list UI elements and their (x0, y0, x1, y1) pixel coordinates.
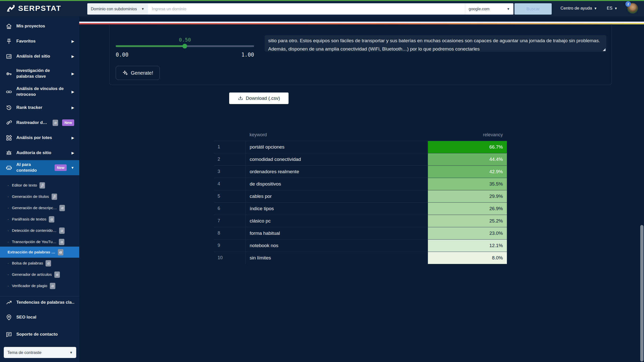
sidebar-item-analisis-del-sitio[interactable]: Análisis del sitio ▶ (0, 51, 79, 61)
robot-icon (6, 164, 12, 171)
search-type-select[interactable]: Dominio con subdominios ▼ (87, 3, 148, 15)
bullet: · (8, 261, 9, 265)
sidebar-item-rank-tracker[interactable]: Rank tracker ▶ (0, 103, 79, 113)
domain-search-input[interactable] (152, 7, 461, 11)
sidebar-item-tendencias[interactable]: Tendencias de palabras cla… (0, 297, 79, 307)
new-badge: New (62, 119, 74, 126)
table-row[interactable]: 6 índice tipos 26.9% (214, 202, 507, 215)
sidebar-item-soporte[interactable]: Soporte de contacto (0, 329, 79, 339)
row-keyword: índice tipos (246, 202, 428, 215)
table-row[interactable]: 5 cables por 29.9% (214, 190, 507, 202)
sidebar-subitem-generacion-descripciones[interactable]: · Generación de descripc… α (0, 202, 79, 213)
sidebar-item-rastreador[interactable]: Rastreador d… α New (0, 118, 79, 128)
user-avatar[interactable]: 2 (627, 3, 638, 14)
sidebar-item-seo-local[interactable]: SEO local (0, 312, 79, 322)
chevron-right-icon: ▶ (71, 39, 74, 43)
slider-handle[interactable] (182, 44, 187, 49)
main-content: 0.50 0.00 1.00 sitio para otro. Estos eq… (79, 17, 644, 362)
theme-select[interactable]: Tema de contraste ▼ (4, 347, 76, 358)
row-relevancy: 12.1% (428, 239, 507, 252)
relevancy-column-header: relevancy (428, 129, 507, 141)
generate-button[interactable]: Generate! (116, 66, 160, 80)
subitem-label: Generación de descripc… (12, 206, 57, 210)
bug-icon (6, 150, 12, 156)
vertical-scrollbar-thumb[interactable] (640, 225, 643, 361)
search-button[interactable]: Buscar (514, 3, 552, 15)
sidebar-subitem-deteccion-contenido[interactable]: · Detección de contenido… α (0, 225, 79, 236)
subitem-label: Generación de títulos (12, 194, 49, 199)
trending-up-icon (6, 299, 12, 306)
subitem-label: Verificador de plagio (12, 284, 47, 288)
row-rank: 1 (214, 141, 246, 153)
row-relevancy: 23.0% (428, 227, 507, 239)
help-center-link[interactable]: Centro de ayuda ▼ (560, 0, 597, 17)
sidebar-divider (0, 296, 79, 296)
table-row[interactable]: 3 ordenadores realmente 42.9% (214, 165, 507, 178)
chevron-right-icon: ▶ (71, 106, 74, 110)
row-rank: 8 (214, 227, 246, 239)
table-row[interactable]: 4 de dispositivos 35.5% (214, 178, 507, 190)
sparkles-icon (122, 70, 128, 76)
row-relevancy: 25.2% (428, 215, 507, 227)
chevron-down-icon: ▼ (69, 351, 73, 354)
sidebar-item-ai-para-contenido[interactable]: AI para contenido New ▼ (0, 160, 79, 175)
language-select[interactable]: ES ▼ (607, 0, 618, 17)
chevron-right-icon: ▶ (71, 136, 74, 140)
row-rank: 6 (214, 202, 246, 215)
search-engine-select[interactable]: google.com ▼ (465, 3, 513, 15)
row-relevancy: 42.9% (428, 165, 507, 178)
alpha-badge: α (59, 228, 65, 234)
row-keyword: clásico pc (246, 215, 428, 227)
relevancy-slider[interactable] (116, 45, 254, 47)
table-row[interactable]: 1 portátil opciones 66.7% (214, 141, 507, 153)
sidebar-subitem-editor-de-texto[interactable]: · Editor de texto β (0, 180, 79, 191)
sidebar-item-label: AI para contenido (16, 162, 51, 173)
sidebar-item-label: Investigación de palabras clave (16, 68, 67, 79)
table-row[interactable]: 7 clásico pc 25.2% (214, 215, 507, 227)
row-keyword: sin límites (246, 252, 428, 264)
notification-badge: 2 (625, 1, 631, 7)
sidebar-item-mis-proyectos[interactable]: Mis proyectos (0, 21, 79, 31)
download-csv-button[interactable]: Download (.csv) (229, 93, 289, 104)
row-keyword: comodidad conectividad (246, 153, 428, 165)
sidebar-subitem-transcripcion-youtube[interactable]: · Transcripción de YouTu… α (0, 236, 79, 247)
bullet: · (8, 240, 9, 244)
sidebar-subitem-generador-articulos[interactable]: · Generador de artículos α (0, 269, 79, 280)
subitem-label: Extracción de palabras … (8, 250, 55, 254)
sidebar-item-analisis-vinculos[interactable]: Análisis de vínculos de retroceso ▶ (0, 84, 79, 100)
slider-max-label: 1.00 (234, 52, 254, 58)
table-row[interactable]: 10 sin límites 8.0% (214, 252, 507, 264)
sidebar-subitem-generacion-titulos[interactable]: · Generación de títulos β (0, 191, 79, 202)
sidebar-item-analisis-por-lotes[interactable]: Análisis por lotes ▶ (0, 133, 79, 143)
sidebar-subitem-parafrasis[interactable]: · Paráfrasis de textos α (0, 214, 79, 225)
chevron-right-icon: ▶ (71, 90, 74, 94)
table-row[interactable]: 8 forma habitual 23.0% (214, 227, 507, 239)
top-accent-line (0, 0, 644, 1)
chevron-down-icon: ▼ (614, 7, 618, 10)
serpstat-logo[interactable]: SERPSTAT (7, 4, 61, 13)
key-icon (6, 70, 12, 77)
subitem-label: Generador de artículos (12, 272, 52, 277)
source-text-textarea[interactable]: sitio para otro. Estos equipos son fácil… (265, 35, 606, 52)
beta-badge: β (39, 182, 45, 189)
sidebar-item-auditoria-de-sitio[interactable]: Auditoría de sitio ▶ (0, 148, 79, 158)
subitem-label: Transcripción de YouTu… (12, 240, 56, 244)
search-engine-label: google.com (469, 7, 490, 11)
sidebar-subitem-bolsa-de-palabras[interactable]: · Bolsa de palabras α (0, 258, 79, 269)
beta-badge: β (52, 194, 57, 200)
pin-icon (6, 38, 12, 45)
sidebar-subitem-verificador-plagio[interactable]: · Verificador de plagio α (0, 280, 79, 291)
serpstat-logo-icon (7, 5, 16, 12)
sidebar-item-label: Rank tracker (16, 105, 67, 111)
resize-handle-icon[interactable] (603, 48, 606, 51)
sidebar-subitem-extraccion-palabras[interactable]: Extracción de palabras … α (0, 247, 79, 258)
sidebar: Mis proyectos Favoritos ▶ Análisis del s… (0, 17, 79, 362)
row-keyword: notebook nos (246, 239, 428, 252)
sidebar-item-investigacion-palabras-clave[interactable]: Investigación de palabras clave ▶ (0, 66, 79, 81)
row-rank: 4 (214, 178, 246, 190)
sidebar-item-favoritos[interactable]: Favoritos ▶ (0, 36, 79, 46)
row-rank: 10 (214, 252, 246, 264)
table-row[interactable]: 2 comodidad conectividad 44.4% (214, 153, 507, 165)
table-row[interactable]: 9 notebook nos 12.1% (214, 239, 507, 252)
alpha-badge: α (59, 205, 65, 211)
